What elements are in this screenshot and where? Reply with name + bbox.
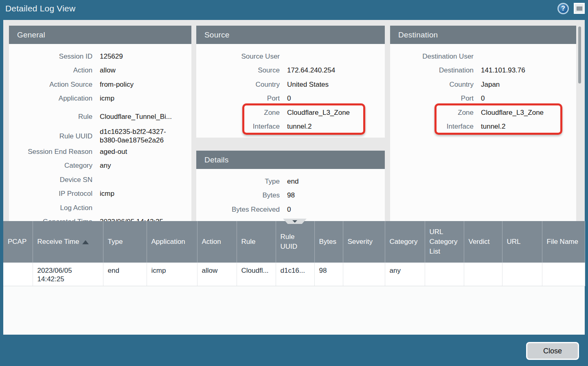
- column-header[interactable]: Rule UUID: [276, 221, 314, 263]
- field-row: Generated Time 2023/06/05 14:42:25: [9, 215, 191, 221]
- field-value: any: [100, 161, 181, 170]
- column-header[interactable]: PCAP: [3, 221, 33, 263]
- column-header-label: Receive Time: [37, 238, 79, 245]
- table-cell: Cloudfl...: [237, 263, 276, 286]
- field-row: Interface tunnel.2: [390, 120, 576, 134]
- column-header[interactable]: Verdict: [464, 221, 502, 263]
- field-value: 0: [287, 205, 291, 214]
- field-label: Country: [196, 80, 280, 89]
- window-icon[interactable]: [574, 3, 585, 14]
- field-label: Category: [9, 161, 92, 170]
- column-header-label: Rule UUID: [281, 233, 298, 250]
- field-value: aged-out: [100, 147, 181, 156]
- panel-title-details: Details: [196, 151, 385, 169]
- field-row: Rule Cloudflare_Tunnel_Bi...: [9, 105, 191, 127]
- field-label: Country: [390, 80, 474, 89]
- column-header[interactable]: Category: [385, 221, 425, 263]
- column-header-label: URL Category List: [430, 228, 458, 255]
- column-header-label: File Name: [547, 238, 578, 245]
- field-label: Destination User: [390, 52, 474, 61]
- field-value: end: [287, 177, 298, 186]
- panel-source: Source Source User Source 172.64.240.254…: [196, 26, 385, 138]
- panel-body-general: Session ID 125629 Action allow Action So…: [9, 44, 191, 221]
- table-row[interactable]: 2023/06/05 14:42:25endicmpallowCloudfl..…: [3, 263, 585, 286]
- column-header[interactable]: Receive Time: [33, 221, 103, 263]
- table-cell: [425, 263, 464, 286]
- log-table-area: PCAP Receive Time Type Application Actio…: [3, 221, 585, 335]
- column-header-label: Severity: [348, 238, 373, 245]
- panel-title-destination: Destination: [390, 26, 576, 44]
- column-header[interactable]: Severity: [343, 221, 385, 263]
- field-row: Action allow: [9, 64, 191, 78]
- field-value: 141.101.93.76: [481, 66, 525, 75]
- field-label: IP Protocol: [9, 189, 92, 198]
- field-label: Rule UUID: [9, 132, 92, 140]
- field-value: Japan: [481, 80, 500, 89]
- field-row: Zone Cloudflare_L3_Zone: [196, 105, 385, 120]
- column-header[interactable]: Type: [103, 221, 147, 263]
- column-header[interactable]: Action: [197, 221, 237, 263]
- panel-details: Details Type end Bytes 98 Bytes Received…: [196, 151, 385, 221]
- panel-body-source: Source User Source 172.64.240.254 Countr…: [196, 44, 385, 134]
- field-row: Source User: [196, 49, 385, 64]
- field-row: Session ID 125629: [9, 49, 191, 64]
- field-label: Zone: [390, 108, 474, 117]
- table-cell: [502, 263, 542, 286]
- table-cell: icmp: [147, 263, 197, 286]
- panel-body-details: Type end Bytes 98 Bytes Received 0: [196, 169, 385, 217]
- column-header[interactable]: Bytes: [314, 221, 343, 263]
- field-row: Port 0: [196, 92, 385, 106]
- field-label: Source: [196, 66, 280, 75]
- log-table: PCAP Receive Time Type Application Actio…: [3, 221, 585, 286]
- field-row: Type end: [196, 174, 385, 188]
- field-label: Port: [196, 94, 280, 103]
- field-value: tunnel.2: [287, 122, 312, 131]
- page-title: Detailed Log View: [5, 4, 75, 13]
- field-row: Bytes Received 0: [196, 202, 385, 217]
- column-header[interactable]: URL: [502, 221, 542, 263]
- table-body: 2023/06/05 14:42:25endicmpallowCloudfl..…: [3, 263, 585, 286]
- chevron-down-icon: [292, 220, 297, 223]
- field-value: 125629: [100, 52, 181, 61]
- field-label: Session ID: [9, 52, 92, 61]
- field-row: Log Action: [9, 201, 191, 215]
- title-bar: Detailed Log View ?: [0, 0, 588, 17]
- column-header[interactable]: Application: [147, 221, 197, 263]
- field-row: Destination User: [390, 49, 576, 64]
- field-value: icmp: [100, 189, 181, 198]
- field-value: 98: [287, 191, 295, 199]
- field-value: allow: [100, 66, 181, 75]
- column-header[interactable]: File Name: [542, 221, 585, 263]
- panel-title-source: Source: [196, 26, 385, 44]
- panel-general: General Session ID 125629 Action allow A…: [9, 26, 191, 221]
- table-cell: 98: [314, 263, 343, 286]
- field-row: Interface tunnel.2: [196, 120, 385, 134]
- help-icon[interactable]: ?: [557, 3, 569, 14]
- field-row: Category any: [9, 159, 191, 173]
- column-header-label: Bytes: [319, 238, 337, 245]
- field-label: Rule: [9, 112, 92, 121]
- field-value: 2023/06/05 14:42:25: [100, 217, 181, 221]
- sort-ascending-icon: [82, 240, 89, 244]
- column-header[interactable]: URL Category List: [425, 221, 464, 263]
- field-row: Bytes 98: [196, 188, 385, 203]
- field-value: tunnel.2: [481, 122, 506, 131]
- field-label: Source User: [196, 52, 280, 61]
- vertical-scrollbar-thumb[interactable]: [578, 26, 581, 83]
- table-cell: [3, 263, 33, 286]
- column-header-label: Verdict: [469, 238, 490, 245]
- field-row: Port 0: [390, 92, 576, 106]
- field-label: Interface: [390, 122, 474, 131]
- field-label: Action Source: [9, 80, 92, 89]
- close-button[interactable]: Close: [526, 342, 579, 360]
- field-row: Zone Cloudflare_L3_Zone: [390, 105, 576, 120]
- field-label: Log Action: [9, 204, 92, 212]
- field-row: IP Protocol icmp: [9, 187, 191, 201]
- column-header[interactable]: Rule: [237, 221, 276, 263]
- table-header-row: PCAP Receive Time Type Application Actio…: [3, 221, 585, 263]
- field-value: Cloudflare_L3_Zone: [287, 108, 350, 117]
- field-label: Port: [390, 94, 474, 103]
- field-row: Country United States: [196, 77, 385, 92]
- field-label: Bytes Received: [196, 205, 280, 214]
- field-value: icmp: [100, 94, 181, 103]
